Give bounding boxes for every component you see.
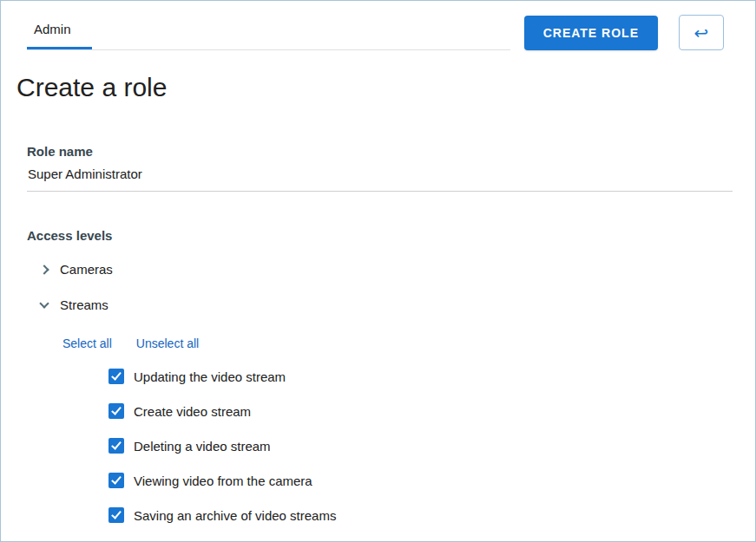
- checkbox-checked-icon[interactable]: [108, 438, 124, 454]
- permission-row[interactable]: Viewing video from the camera: [108, 463, 733, 498]
- topbar: Admin CREATE ROLE ↩: [27, 15, 724, 50]
- checkbox-checked-icon[interactable]: [108, 369, 124, 384]
- create-role-button[interactable]: CREATE ROLE: [524, 16, 658, 50]
- permission-label: Updating the video stream: [134, 369, 286, 384]
- permission-row[interactable]: Updating the video stream: [108, 359, 733, 394]
- permission-row[interactable]: Deleting a video stream: [108, 428, 733, 463]
- permission-row[interactable]: Create video stream: [108, 394, 733, 428]
- access-levels-label: Access levels: [27, 228, 733, 243]
- checkbox-checked-icon[interactable]: [108, 403, 124, 419]
- tab-strip: Admin: [27, 18, 510, 50]
- permission-label: Create video stream: [134, 404, 251, 419]
- role-name-label: Role name: [27, 144, 733, 159]
- unselect-all-link[interactable]: Unselect all: [136, 336, 199, 350]
- tab-admin[interactable]: Admin: [27, 18, 92, 49]
- role-name-input[interactable]: [27, 159, 733, 192]
- chevron-right-icon: [39, 264, 49, 274]
- tree-item-cameras[interactable]: Cameras: [27, 251, 733, 287]
- permission-label: Deleting a video stream: [134, 439, 271, 454]
- back-button[interactable]: ↩: [679, 15, 724, 50]
- select-all-link[interactable]: Select all: [62, 336, 112, 350]
- permission-label: Viewing video from the camera: [134, 473, 312, 488]
- checkbox-checked-icon[interactable]: [108, 507, 124, 523]
- checkbox-checked-icon[interactable]: [108, 473, 124, 488]
- chevron-down-icon: [39, 298, 49, 308]
- permission-label: Saving an archive of video streams: [134, 508, 336, 523]
- tree-item-label: Streams: [60, 297, 108, 312]
- permission-row[interactable]: Saving an archive of video streams: [108, 498, 733, 532]
- tree-item-streams[interactable]: Streams: [27, 287, 733, 323]
- page-title: Create a role: [16, 73, 755, 102]
- topbar-buttons: CREATE ROLE ↩: [524, 15, 724, 50]
- access-levels-tree: Cameras Streams Select all Unselect all …: [27, 251, 733, 532]
- create-role-form: Role name Access levels Cameras Streams …: [27, 144, 733, 532]
- bulk-actions: Select all Unselect all: [62, 336, 733, 350]
- return-arrow-icon: ↩: [694, 24, 709, 42]
- tree-item-label: Cameras: [60, 262, 113, 277]
- admin-panel-window: Admin CREATE ROLE ↩ Create a role Role n…: [0, 0, 756, 542]
- permissions-list: Updating the video stream Create video s…: [108, 359, 733, 532]
